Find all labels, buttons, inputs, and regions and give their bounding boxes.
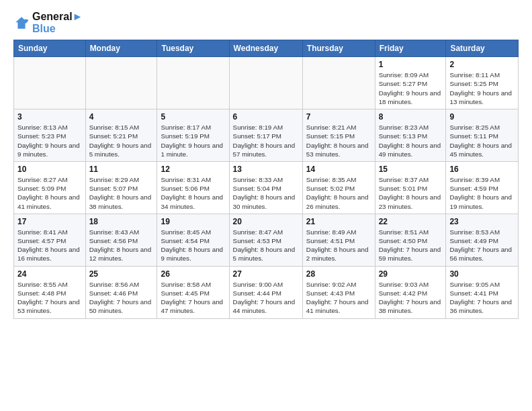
day-cell: 17Sunrise: 8:41 AM Sunset: 4:57 PM Dayli… — [14, 214, 86, 266]
day-cell: 26Sunrise: 8:58 AM Sunset: 4:45 PM Dayli… — [157, 266, 229, 318]
day-number: 16 — [449, 165, 515, 174]
week-row-4: 17Sunrise: 8:41 AM Sunset: 4:57 PM Dayli… — [14, 214, 519, 266]
day-info: Sunrise: 8:31 AM Sunset: 5:06 PM Dayligh… — [161, 175, 225, 211]
day-number: 4 — [89, 112, 154, 122]
logo: General► Blue — [13, 11, 83, 34]
day-number: 17 — [17, 217, 82, 226]
day-cell: 27Sunrise: 9:00 AM Sunset: 4:44 PM Dayli… — [229, 266, 302, 318]
day-number: 12 — [161, 165, 225, 174]
day-cell: 15Sunrise: 8:37 AM Sunset: 5:01 PM Dayli… — [375, 161, 446, 214]
logo-icon — [13, 15, 30, 31]
weekday-header-wednesday: Wednesday — [229, 40, 302, 57]
day-info: Sunrise: 8:58 AM Sunset: 4:45 PM Dayligh… — [161, 280, 225, 316]
day-cell: 7Sunrise: 8:21 AM Sunset: 5:15 PM Daylig… — [302, 109, 375, 162]
day-cell: 13Sunrise: 8:33 AM Sunset: 5:04 PM Dayli… — [229, 161, 302, 214]
calendar-table: SundayMondayTuesdayWednesdayThursdayFrid… — [13, 40, 519, 318]
day-info: Sunrise: 8:13 AM Sunset: 5:23 PM Dayligh… — [17, 123, 82, 158]
day-info: Sunrise: 8:25 AM Sunset: 5:11 PM Dayligh… — [449, 123, 515, 158]
day-number: 7 — [306, 112, 371, 122]
day-info: Sunrise: 8:41 AM Sunset: 4:57 PM Dayligh… — [17, 228, 82, 263]
day-cell: 5Sunrise: 8:17 AM Sunset: 5:19 PM Daylig… — [157, 109, 229, 162]
day-info: Sunrise: 8:47 AM Sunset: 4:53 PM Dayligh… — [233, 228, 299, 263]
day-cell: 11Sunrise: 8:29 AM Sunset: 5:07 PM Dayli… — [85, 161, 157, 214]
day-info: Sunrise: 8:23 AM Sunset: 5:13 PM Dayligh… — [379, 123, 443, 158]
logo-text: General► Blue — [32, 11, 83, 34]
day-cell: 22Sunrise: 8:51 AM Sunset: 4:50 PM Dayli… — [375, 214, 446, 266]
day-cell: 3Sunrise: 8:13 AM Sunset: 5:23 PM Daylig… — [14, 109, 86, 162]
day-cell: 28Sunrise: 9:02 AM Sunset: 4:43 PM Dayli… — [302, 266, 375, 318]
day-info: Sunrise: 8:45 AM Sunset: 4:54 PM Dayligh… — [161, 228, 225, 263]
day-info: Sunrise: 8:56 AM Sunset: 4:46 PM Dayligh… — [89, 280, 154, 316]
weekday-header-tuesday: Tuesday — [157, 40, 229, 57]
day-number: 23 — [449, 217, 515, 226]
weekday-header-thursday: Thursday — [302, 40, 375, 57]
day-info: Sunrise: 8:39 AM Sunset: 4:59 PM Dayligh… — [449, 175, 515, 211]
week-row-3: 10Sunrise: 8:27 AM Sunset: 5:09 PM Dayli… — [14, 161, 519, 214]
day-cell: 16Sunrise: 8:39 AM Sunset: 4:59 PM Dayli… — [446, 161, 519, 214]
day-info: Sunrise: 8:17 AM Sunset: 5:19 PM Dayligh… — [161, 123, 225, 158]
day-cell: 12Sunrise: 8:31 AM Sunset: 5:06 PM Dayli… — [157, 161, 229, 214]
day-number: 19 — [161, 217, 225, 226]
day-info: Sunrise: 8:19 AM Sunset: 5:17 PM Dayligh… — [233, 123, 299, 158]
day-number: 11 — [89, 165, 154, 174]
day-cell — [302, 57, 375, 109]
day-info: Sunrise: 8:35 AM Sunset: 5:02 PM Dayligh… — [306, 175, 371, 211]
weekday-header-saturday: Saturday — [446, 40, 519, 57]
day-cell — [14, 57, 86, 109]
day-cell: 20Sunrise: 8:47 AM Sunset: 4:53 PM Dayli… — [229, 214, 302, 266]
day-number: 3 — [17, 112, 82, 122]
day-cell: 4Sunrise: 8:15 AM Sunset: 5:21 PM Daylig… — [85, 109, 157, 162]
day-cell: 29Sunrise: 9:03 AM Sunset: 4:42 PM Dayli… — [375, 266, 446, 318]
day-number: 18 — [89, 217, 154, 226]
day-info: Sunrise: 8:15 AM Sunset: 5:21 PM Dayligh… — [89, 123, 154, 158]
day-info: Sunrise: 8:11 AM Sunset: 5:25 PM Dayligh… — [449, 71, 515, 106]
day-info: Sunrise: 9:00 AM Sunset: 4:44 PM Dayligh… — [233, 280, 299, 316]
weekday-header-sunday: Sunday — [14, 40, 86, 57]
page: General► Blue SundayMondayTuesdayWednesd… — [0, 0, 532, 411]
day-number: 28 — [306, 269, 371, 279]
day-cell: 24Sunrise: 8:55 AM Sunset: 4:48 PM Dayli… — [14, 266, 86, 318]
day-number: 1 — [379, 60, 443, 69]
day-info: Sunrise: 8:53 AM Sunset: 4:49 PM Dayligh… — [449, 228, 515, 263]
day-number: 29 — [379, 269, 443, 279]
day-number: 6 — [233, 112, 299, 122]
day-number: 26 — [161, 269, 225, 279]
day-cell: 10Sunrise: 8:27 AM Sunset: 5:09 PM Dayli… — [14, 161, 86, 214]
day-cell: 2Sunrise: 8:11 AM Sunset: 5:25 PM Daylig… — [446, 57, 519, 109]
week-row-5: 24Sunrise: 8:55 AM Sunset: 4:48 PM Dayli… — [14, 266, 519, 318]
week-row-2: 3Sunrise: 8:13 AM Sunset: 5:23 PM Daylig… — [14, 109, 519, 162]
day-info: Sunrise: 8:49 AM Sunset: 4:51 PM Dayligh… — [306, 228, 371, 263]
day-number: 14 — [306, 165, 371, 174]
day-cell: 14Sunrise: 8:35 AM Sunset: 5:02 PM Dayli… — [302, 161, 375, 214]
day-number: 22 — [379, 217, 443, 226]
day-number: 10 — [17, 165, 82, 174]
day-cell — [229, 57, 302, 109]
day-info: Sunrise: 8:29 AM Sunset: 5:07 PM Dayligh… — [89, 175, 154, 211]
week-row-1: 1Sunrise: 8:09 AM Sunset: 5:27 PM Daylig… — [14, 57, 519, 109]
day-cell: 30Sunrise: 9:05 AM Sunset: 4:41 PM Dayli… — [446, 266, 519, 318]
day-number: 2 — [449, 60, 515, 69]
day-number: 5 — [161, 112, 225, 122]
day-cell: 6Sunrise: 8:19 AM Sunset: 5:17 PM Daylig… — [229, 109, 302, 162]
day-number: 27 — [233, 269, 299, 279]
day-cell: 23Sunrise: 8:53 AM Sunset: 4:49 PM Dayli… — [446, 214, 519, 266]
day-number: 24 — [17, 269, 82, 279]
day-number: 15 — [379, 165, 443, 174]
day-info: Sunrise: 8:21 AM Sunset: 5:15 PM Dayligh… — [306, 123, 371, 158]
day-cell: 21Sunrise: 8:49 AM Sunset: 4:51 PM Dayli… — [302, 214, 375, 266]
day-cell: 9Sunrise: 8:25 AM Sunset: 5:11 PM Daylig… — [446, 109, 519, 162]
day-cell — [157, 57, 229, 109]
day-cell — [85, 57, 157, 109]
day-info: Sunrise: 8:43 AM Sunset: 4:56 PM Dayligh… — [89, 228, 154, 263]
day-cell: 8Sunrise: 8:23 AM Sunset: 5:13 PM Daylig… — [375, 109, 446, 162]
day-info: Sunrise: 9:03 AM Sunset: 4:42 PM Dayligh… — [379, 280, 443, 316]
header: General► Blue — [13, 11, 519, 34]
day-number: 9 — [449, 112, 515, 122]
day-info: Sunrise: 9:02 AM Sunset: 4:43 PM Dayligh… — [306, 280, 371, 316]
day-info: Sunrise: 8:09 AM Sunset: 5:27 PM Dayligh… — [379, 71, 443, 106]
day-number: 30 — [449, 269, 515, 279]
day-info: Sunrise: 8:27 AM Sunset: 5:09 PM Dayligh… — [17, 175, 82, 211]
day-number: 8 — [379, 112, 443, 122]
day-info: Sunrise: 9:05 AM Sunset: 4:41 PM Dayligh… — [449, 280, 515, 316]
day-info: Sunrise: 8:37 AM Sunset: 5:01 PM Dayligh… — [379, 175, 443, 211]
